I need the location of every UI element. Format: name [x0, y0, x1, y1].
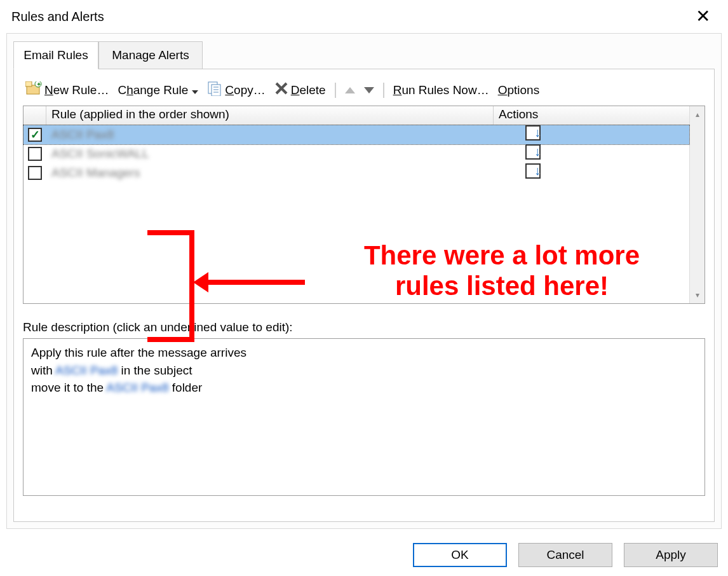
rule-name: ASCII Pax8	[46, 128, 478, 142]
grid-scrollbar[interactable]: ▴ ▾	[689, 106, 704, 303]
desc-line-2: with ASCII Pax8 in the subject	[31, 362, 697, 380]
desc-text: with	[31, 364, 55, 377]
desc-text: in the subject	[118, 364, 192, 377]
tab-manage-alerts-label: Manage Alerts	[112, 48, 189, 62]
move-to-folder-icon	[525, 163, 541, 179]
copy-button[interactable]: Copy…	[207, 81, 265, 99]
desc-text: move it to the	[31, 381, 106, 394]
ok-label: OK	[451, 548, 468, 562]
change-rule-button[interactable]: Change Rule	[118, 83, 198, 97]
svg-rect-5	[212, 85, 220, 96]
delete-icon	[274, 81, 288, 99]
rule-description-box: Apply this rule after the message arrive…	[23, 338, 705, 496]
apply-label: Apply	[656, 548, 686, 562]
desc-line-1: Apply this rule after the message arrive…	[31, 344, 697, 362]
ok-button[interactable]: OK	[413, 543, 507, 567]
new-rule-icon: ✦	[25, 81, 42, 99]
table-row[interactable]: ASCII Managers	[24, 163, 689, 182]
new-rule-label: ew Rule…	[53, 83, 109, 97]
titlebar: Rules and Alerts ✕	[0, 0, 728, 31]
desc-text: folder	[169, 381, 203, 394]
close-button[interactable]: ✕	[689, 5, 717, 28]
table-row[interactable]: ASCII SonicWALL	[24, 144, 689, 163]
tab-email-rules-label: Email Rules	[24, 48, 88, 62]
rules-grid: Rule (applied in the order shown) Action…	[23, 106, 705, 304]
desc-folder-link[interactable]: ASCII Pax8	[106, 381, 168, 394]
rule-checkbox[interactable]	[28, 128, 42, 142]
arrow-up-icon	[345, 87, 355, 93]
arrow-down-icon	[364, 87, 374, 93]
dialog-title: Rules and Alerts	[11, 10, 104, 24]
column-header-checkbox[interactable]	[24, 106, 46, 125]
tabstrip: Email Rules Manage Alerts	[7, 34, 721, 69]
toolbar-separator	[335, 83, 336, 98]
grid-header: Rule (applied in the order shown) Action…	[24, 106, 704, 125]
move-down-button[interactable]	[364, 87, 374, 93]
table-row[interactable]: ASCII Pax8	[24, 125, 689, 144]
rule-checkbox[interactable]	[28, 166, 42, 180]
column-header-rule[interactable]: Rule (applied in the order shown)	[46, 106, 494, 125]
apply-button[interactable]: Apply	[624, 543, 718, 567]
toolbar: ✦ New Rule… Change Rule Copy…	[23, 78, 705, 106]
tab-panel-email-rules: ✦ New Rule… Change Rule Copy…	[13, 69, 715, 522]
svg-rect-1	[25, 81, 32, 86]
cancel-label: Cancel	[546, 548, 584, 562]
cancel-button[interactable]: Cancel	[518, 543, 612, 567]
tab-manage-alerts[interactable]: Manage Alerts	[98, 41, 203, 69]
dropdown-caret-icon	[192, 83, 198, 97]
move-up-button[interactable]	[345, 87, 355, 93]
move-to-folder-icon	[525, 144, 541, 160]
desc-subject-link[interactable]: ASCII Pax8	[55, 364, 118, 377]
rule-checkbox[interactable]	[28, 147, 42, 161]
copy-icon	[207, 81, 222, 99]
new-rule-button[interactable]: ✦ New Rule…	[25, 81, 109, 99]
run-rules-now-button[interactable]: Run Rules Now…	[393, 83, 489, 97]
tab-email-rules[interactable]: Email Rules	[13, 41, 98, 69]
options-button[interactable]: Options	[498, 83, 539, 97]
rule-name: ASCII Managers	[46, 166, 478, 180]
rule-name: ASCII SonicWALL	[46, 147, 478, 161]
dialog-body: Email Rules Manage Alerts ✦ New Rule… Ch…	[6, 33, 722, 529]
move-to-folder-icon	[525, 125, 541, 141]
desc-line-3: move it to the ASCII Pax8 folder	[31, 379, 697, 397]
scroll-up-icon: ▴	[690, 107, 704, 121]
svg-text:✦: ✦	[36, 81, 41, 88]
delete-button[interactable]: Delete	[274, 81, 326, 99]
dialog-buttons: OK Cancel Apply	[413, 543, 718, 567]
column-header-actions[interactable]: Actions	[494, 106, 704, 125]
toolbar-separator	[383, 83, 384, 98]
grid-body: ASCII Pax8 ASCII SonicWALL ASCII Manager…	[24, 125, 689, 303]
rule-description-label: Rule description (click an underlined va…	[23, 320, 705, 334]
scroll-down-icon: ▾	[690, 288, 704, 302]
